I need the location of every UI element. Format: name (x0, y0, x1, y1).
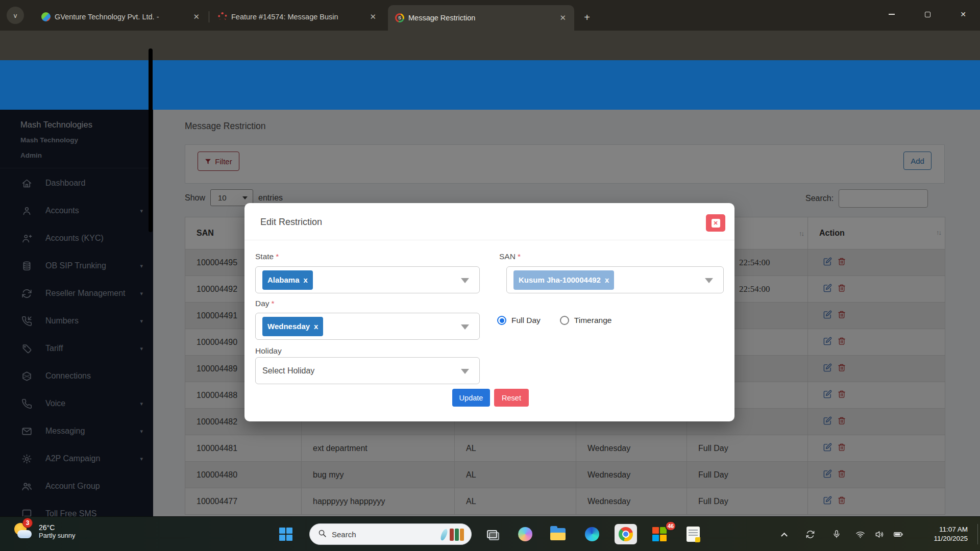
tab-close-icon[interactable]: ✕ (556, 12, 569, 23)
window-minimize-button[interactable] (880, 0, 903, 29)
window-maximize-button[interactable] (916, 0, 939, 29)
copilot-button[interactable] (516, 525, 534, 543)
folder-icon (550, 528, 566, 540)
tray-mic-button[interactable] (832, 517, 841, 551)
tray-battery-button[interactable] (893, 517, 903, 551)
show-desktop-button[interactable] (977, 524, 978, 544)
microphone-icon (832, 530, 841, 539)
start-button[interactable] (279, 528, 292, 541)
tray-volume-button[interactable] (875, 517, 885, 551)
browser-tab-strip: v GVenture Technology Pvt. Ltd. - ✕ Feat… (0, 0, 980, 31)
speaker-icon (875, 530, 885, 539)
clock-time: 11:07 AM (934, 525, 968, 534)
tab-separator (209, 11, 209, 22)
tab-feature[interactable]: Feature #14574: Message Busin ✕ (211, 5, 384, 29)
redmine-favicon-icon (218, 12, 227, 21)
san-field-label: SAN* (499, 252, 521, 261)
tab-close-icon[interactable]: ✕ (190, 11, 203, 22)
tray-wifi-button[interactable] (855, 517, 865, 551)
notepad-icon (687, 527, 700, 542)
tab-message-restriction-active[interactable]: S Message Restriction ✕ (388, 5, 574, 31)
new-tab-button[interactable]: + (580, 10, 594, 24)
chrome-button[interactable] (617, 525, 635, 543)
app-header: S signalmash SMS › Message Restriction (0, 60, 980, 110)
chevron-up-icon (781, 532, 788, 539)
timerange-radio[interactable]: Timerange (560, 316, 612, 325)
edit-restriction-modal: Edit Restriction ✕ State* Alabamax SAN* … (244, 203, 734, 421)
copilot-icon (518, 527, 532, 541)
close-icon: ✕ (712, 219, 720, 228)
state-select[interactable]: Alabamax (255, 266, 480, 293)
weather-temp: 26°C (39, 523, 76, 532)
wifi-icon (855, 530, 865, 539)
state-field-label: State* (255, 252, 279, 261)
screen: v GVenture Technology Pvt. Ltd. - ✕ Feat… (0, 0, 980, 551)
taskbar-clock[interactable]: 11:07 AM 11/20/2025 (934, 525, 968, 543)
reset-button[interactable]: Reset (494, 389, 529, 407)
search-highlight-image[interactable] (442, 528, 465, 542)
taskbar-weather-widget[interactable]: 3 26°C Partly sunny (13, 521, 76, 541)
tab-title: Feature #14574: Message Busin (231, 13, 362, 21)
edge-button[interactable] (583, 525, 601, 543)
minimize-icon (889, 14, 895, 15)
weather-condition: Partly sunny (39, 532, 76, 539)
chip-remove-icon[interactable]: x (304, 276, 308, 284)
edge-icon (585, 527, 599, 541)
tab-title: GVenture Technology Pvt. Ltd. - (55, 13, 186, 21)
day-chip: Wednesdayx (262, 317, 323, 336)
signalmash-favicon-icon: S (395, 13, 404, 22)
tab-search-chevron-icon: v (14, 12, 17, 19)
window-close-button[interactable]: ✕ (951, 0, 975, 29)
task-view-icon (487, 530, 497, 538)
san-chip: Kusum Jha-100004492x (513, 270, 614, 290)
chip-remove-icon[interactable]: x (605, 276, 609, 284)
radio-unselected-icon (560, 316, 569, 325)
notification-badge: 46 (665, 521, 676, 531)
holiday-field-label: Holiday (255, 346, 282, 356)
maximize-icon (925, 12, 930, 17)
chevron-down-icon (461, 369, 469, 374)
tab-search-button[interactable]: v (7, 7, 24, 24)
browser-toolbar: ← → signalmash.gventure.info/deepak/#/sm… (0, 31, 980, 60)
radio-selected-icon (497, 316, 506, 325)
tab-title: Message Restriction (408, 14, 552, 22)
tray-sync-button[interactable] (805, 517, 815, 551)
microsoft-icon (652, 527, 667, 541)
full-day-radio[interactable]: Full Day (497, 316, 541, 325)
tab-close-icon[interactable]: ✕ (366, 11, 379, 22)
day-field-label: Day* (255, 299, 275, 308)
chip-remove-icon[interactable]: x (314, 322, 318, 331)
chevron-down-icon (461, 324, 469, 330)
tray-expand-button[interactable] (782, 517, 787, 551)
state-chip: Alabamax (262, 270, 313, 290)
chevron-down-icon (705, 278, 713, 283)
weather-icon: 3 (13, 521, 34, 541)
required-asterisk: * (276, 252, 279, 261)
file-explorer-button[interactable] (549, 525, 567, 543)
notification-badge: 3 (22, 518, 33, 528)
notepad-button[interactable] (684, 525, 702, 543)
sync-icon (805, 530, 815, 539)
task-view-button[interactable] (483, 525, 501, 543)
chrome-icon (619, 527, 633, 541)
holiday-placeholder: Select Holiday (262, 366, 314, 375)
chevron-down-icon (461, 278, 469, 283)
search-placeholder: Search (332, 530, 356, 539)
taskbar-search-box[interactable]: Search (309, 523, 472, 545)
required-asterisk: * (518, 252, 521, 261)
holiday-select[interactable]: Select Holiday (255, 357, 480, 384)
gventure-favicon-icon (41, 12, 51, 21)
san-select[interactable]: Kusum Jha-100004492x (506, 266, 724, 293)
clock-date: 11/20/2025 (934, 534, 968, 543)
close-icon: ✕ (960, 10, 966, 18)
day-select[interactable]: Wednesdayx (255, 313, 480, 340)
taskbar: 3 26°C Partly sunny Search 46 (0, 516, 980, 551)
search-icon (318, 529, 327, 540)
tab-gventure[interactable]: GVenture Technology Pvt. Ltd. - ✕ (34, 5, 208, 29)
required-asterisk: * (272, 299, 275, 308)
update-button[interactable]: Update (452, 389, 490, 407)
battery-icon (893, 529, 903, 539)
modal-divider (244, 240, 734, 240)
time-mode-radios: Full Day Timerange (497, 316, 611, 325)
modal-close-button[interactable]: ✕ (706, 214, 725, 232)
